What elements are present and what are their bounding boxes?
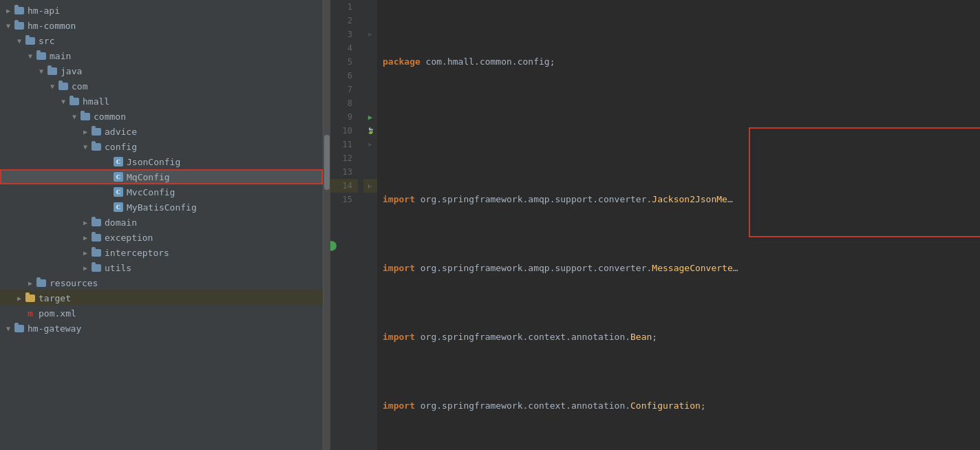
- tree-item-exception[interactable]: ▶ exception: [0, 230, 323, 245]
- keyword-import-5: import: [383, 330, 415, 344]
- label-advice: advice: [105, 127, 137, 137]
- scroll-thumb[interactable]: [324, 135, 330, 190]
- gutter-9: ▶: [363, 110, 377, 124]
- tree-item-target[interactable]: ▶ target: [0, 290, 323, 306]
- tree-item-domain[interactable]: ▶ domain: [0, 215, 323, 230]
- folder-icon-src: [25, 35, 36, 46]
- label-exception: exception: [105, 233, 153, 243]
- tree-item-java[interactable]: ▼ java: [0, 63, 323, 78]
- folder-icon-com: [58, 81, 69, 92]
- label-hm-common: hm-common: [28, 21, 76, 31]
- tree-item-hm-api[interactable]: ▶ hm-api: [0, 3, 323, 18]
- gutter-13: [363, 165, 377, 179]
- arrow-target: ▶: [14, 294, 25, 302]
- label-com: com: [72, 81, 87, 92]
- arrow-hmall: ▼: [58, 98, 69, 105]
- code-editor: 1 2 3 4 5 6 7 8 9 10 11 12 13 14 15 ⊢ ▶: [330, 0, 980, 450]
- label-hmall: hmall: [83, 96, 109, 107]
- tree-item-mybatis-config[interactable]: ▶ C MyBatisConfig: [0, 200, 323, 215]
- tree-item-mq-config[interactable]: ▶ C MqConfig: [0, 169, 323, 184]
- line-1: 1: [330, 0, 358, 14]
- vertical-scrollbar[interactable]: [323, 0, 330, 450]
- gutter-7: [363, 83, 377, 96]
- label-hm-api: hm-api: [28, 6, 60, 16]
- arrow-hm-gateway: ▼: [3, 325, 14, 332]
- tree-item-main[interactable]: ▼ main: [0, 48, 323, 63]
- folder-icon-main: [36, 50, 47, 61]
- arrow-exception: ▶: [80, 234, 91, 242]
- tree-item-common[interactable]: ▼ common: [0, 109, 323, 124]
- label-mq-config: MqConfig: [127, 172, 170, 182]
- tree-item-hmall[interactable]: ▼ hmall: [0, 94, 323, 109]
- arrow-utils: ▶: [80, 264, 91, 272]
- gutter-3: ⊢: [363, 28, 377, 41]
- arrow-src: ▼: [14, 37, 25, 45]
- code-lines: package com.hmall.common.config; import …: [377, 0, 980, 450]
- label-target: target: [39, 293, 71, 303]
- line-2: 2: [330, 14, 358, 28]
- label-pom-xml: pom.xml: [39, 308, 76, 319]
- package-path: com.hmall.common.config;: [420, 55, 555, 69]
- arrow-com: ▼: [47, 83, 58, 90]
- code-line-6: import org.springframework.context.annot…: [383, 399, 974, 413]
- arrow-hm-common: ▼: [3, 22, 14, 30]
- keyword-import-4: import: [383, 261, 415, 275]
- line-6: 6: [330, 69, 358, 83]
- label-java: java: [61, 66, 82, 76]
- folder-icon-hmall: [69, 96, 80, 107]
- arrow-resources: ▶: [25, 279, 36, 287]
- gutter-2: [363, 14, 377, 28]
- tree-item-src[interactable]: ▼ src: [0, 33, 323, 48]
- keyword-import-3: import: [383, 193, 415, 206]
- tree-item-json-config[interactable]: ▶ C JsonConfig: [0, 154, 323, 169]
- tree-item-resources[interactable]: ▶ resources: [0, 275, 323, 290]
- arrow-main: ▼: [25, 52, 36, 60]
- class-icon-mvc-config: C: [113, 186, 124, 197]
- import-4: org.springframework.amqp.support.convert…: [415, 261, 652, 275]
- import-3: org.springframework.amqp.support.convert…: [415, 193, 652, 206]
- tree-item-pom-xml[interactable]: ▶ m pom.xml: [0, 306, 323, 321]
- gutter-10: 🍃: [363, 124, 377, 138]
- class-icon-json-config: C: [113, 156, 124, 167]
- folder-icon-hm-api: [14, 5, 25, 16]
- line-12: 12: [330, 151, 358, 165]
- file-tree[interactable]: ▶ hm-api ▼ hm-common ▼ src ▼ main ▼ jav: [0, 0, 323, 450]
- folder-icon-advice: [91, 126, 102, 137]
- folder-icon-java: [47, 65, 58, 76]
- label-src: src: [39, 36, 54, 46]
- folder-icon-target: [25, 292, 36, 303]
- gutter: ⊢ ▶ 🍃 ⊢ ⊢: [363, 0, 377, 450]
- label-hm-gateway: hm-gateway: [28, 323, 81, 334]
- tree-item-interceptors[interactable]: ▶ interceptors: [0, 245, 323, 260]
- label-mybatis-config: MyBatisConfig: [127, 202, 197, 213]
- class-icon-mq-config: C: [113, 171, 124, 182]
- gutter-4: [363, 41, 377, 55]
- folder-icon-common: [80, 111, 91, 122]
- label-config: config: [105, 142, 137, 152]
- folder-icon-utils: [91, 262, 102, 273]
- line-8: 8: [330, 96, 358, 110]
- arrow-advice: ▶: [80, 128, 91, 136]
- line-5: 5: [330, 55, 358, 69]
- tree-item-utils[interactable]: ▶ utils: [0, 260, 323, 275]
- class-icon-mybatis-config: C: [113, 202, 124, 213]
- line-15: 15: [330, 193, 358, 206]
- line-numbers: 1 2 3 4 5 6 7 8 9 10 11 12 13 14 15: [330, 0, 363, 450]
- folder-icon-hm-gateway: [14, 323, 25, 334]
- tree-item-hm-common[interactable]: ▼ hm-common: [0, 18, 323, 33]
- line-11: 11: [330, 138, 358, 151]
- code-content: 1 2 3 4 5 6 7 8 9 10 11 12 13 14 15 ⊢ ▶: [330, 0, 980, 450]
- tree-item-com[interactable]: ▼ com: [0, 78, 323, 94]
- folder-icon-resources: [36, 277, 47, 288]
- code-line-4: import org.springframework.amqp.support.…: [383, 261, 974, 275]
- tree-item-mvc-config[interactable]: ▶ C MvcConfig: [0, 184, 323, 200]
- gutter-8: [363, 96, 377, 110]
- gutter-11: ⊢: [363, 138, 377, 151]
- tree-item-config[interactable]: ▼ config: [0, 139, 323, 154]
- line-13: 13: [330, 165, 358, 179]
- tree-item-hm-gateway[interactable]: ▼ hm-gateway: [0, 321, 323, 336]
- code-line-3: import org.springframework.amqp.support.…: [383, 193, 974, 206]
- gutter-12: [363, 151, 377, 165]
- line-7: 7: [330, 83, 358, 96]
- tree-item-advice[interactable]: ▶ advice: [0, 124, 323, 139]
